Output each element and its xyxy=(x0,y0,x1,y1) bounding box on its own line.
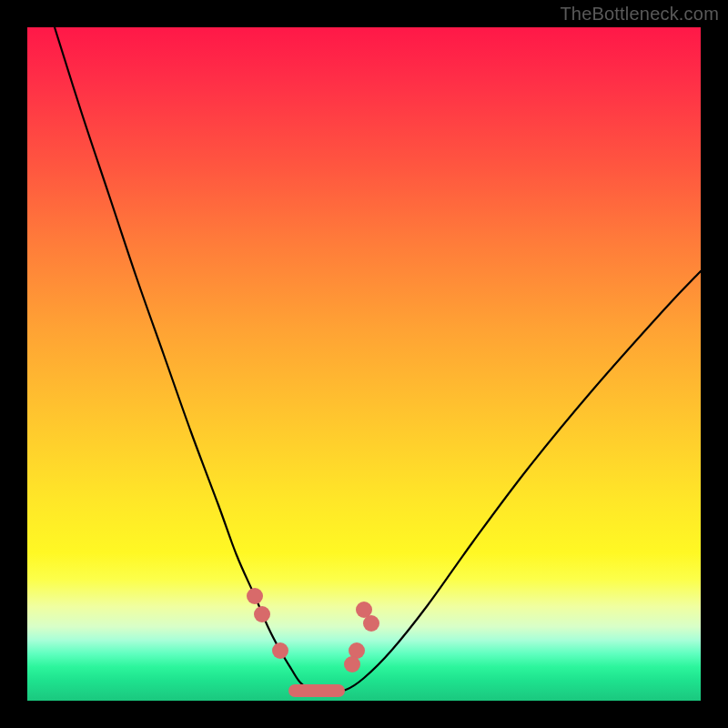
right-upper-2-marker xyxy=(363,615,379,632)
chart-frame: TheBottleneck.com xyxy=(0,0,728,728)
valley-flat-marker xyxy=(288,684,345,697)
watermark-text: TheBottleneck.com xyxy=(560,4,719,25)
left-upper-1-marker xyxy=(247,588,263,604)
curve-markers xyxy=(247,588,379,672)
chart-overlay-svg xyxy=(27,27,701,701)
bottleneck-curve xyxy=(55,27,701,692)
right-mid-2-marker xyxy=(344,656,360,672)
left-upper-2-marker xyxy=(254,606,270,622)
left-mid-marker xyxy=(272,642,288,659)
